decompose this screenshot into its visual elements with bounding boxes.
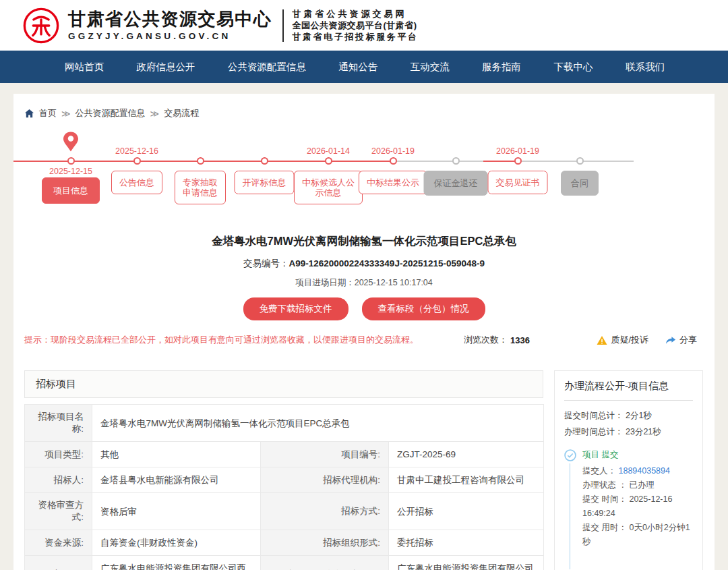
timeline-step-button[interactable]: 中标候选人公示信息 bbox=[294, 171, 363, 204]
site-name-block: 甘肃省公共资源交易中心 GGZYJY.GANSU.GOV.CN bbox=[68, 9, 272, 41]
complaint-link[interactable]: 质疑/投诉 bbox=[597, 334, 648, 346]
platform-line: 全国公共资源交易平台(甘肃省) bbox=[293, 20, 419, 31]
timeline-date: 2026-01-19 bbox=[371, 146, 415, 156]
timeline-step-button[interactable]: 项目信息 bbox=[42, 177, 100, 204]
header-divider bbox=[282, 9, 284, 42]
warning-triangle-icon bbox=[597, 335, 607, 345]
field-label: 招标组织形式: bbox=[261, 530, 389, 556]
breadcrumb-items: 首页≫公共资源配置信息≫交易流程 bbox=[39, 107, 199, 119]
field-label: 招标项目名称: bbox=[25, 405, 92, 442]
field-label: 招标人: bbox=[25, 467, 92, 493]
table-row: 资金来源:自筹资金(非财政性资金)招标组织形式:委托招标 bbox=[25, 530, 544, 556]
timeline-date: 2026-01-14 bbox=[307, 146, 350, 156]
field-label: 资格审查方式: bbox=[25, 493, 92, 530]
timeline-step-button: 合同 bbox=[561, 171, 599, 196]
process-line-label: 办理状态 ： bbox=[582, 480, 627, 490]
field-label: 招标方式: bbox=[261, 493, 389, 530]
timeline-node bbox=[452, 157, 460, 165]
nav-item[interactable]: 联系我们 bbox=[626, 61, 665, 74]
timeline: 2025-12-15项目信息2025-12-16公告信息专家抽取申请信息开评标信… bbox=[13, 129, 715, 219]
tip-row: 提示：现阶段交易流程已全部公开，如对此项目有意向可通过浏览器收藏，以便跟进项目的… bbox=[24, 334, 704, 346]
timeline-step-button[interactable]: 专家抽取申请信息 bbox=[175, 171, 226, 204]
submit-total-label: 提交时间总计： bbox=[564, 411, 624, 420]
breadcrumb-separator: ≫ bbox=[150, 109, 160, 119]
share-label: 分享 bbox=[679, 334, 697, 346]
nav-item[interactable]: 下载中心 bbox=[554, 61, 593, 74]
field-value: 自筹资金(非财政性资金) bbox=[92, 530, 261, 556]
timeline-step-button[interactable]: 交易见证书 bbox=[488, 171, 548, 194]
timeline-step-button: 保证金退还 bbox=[424, 171, 488, 196]
process-line-label: 提交 时间： bbox=[582, 494, 627, 504]
check-circle-icon bbox=[564, 449, 576, 461]
field-label: 招标代理机构: bbox=[261, 467, 389, 493]
entry-date-label: 项目进场日期： bbox=[295, 278, 355, 287]
nav-item[interactable]: 公共资源配置信息 bbox=[228, 61, 306, 74]
project-heading: 金塔粤水电7MW光伏离网制储输氢一体化示范项目EPC总承包 交易编号：A99-1… bbox=[24, 234, 704, 320]
views-count: 1336 bbox=[510, 335, 530, 345]
table-row: 资格审查方式:资格后审招标方式:公开招标 bbox=[25, 493, 544, 530]
field-value: 甘肃中工建投工程咨询有限公司 bbox=[389, 467, 544, 493]
nav-menu: 网站首页政府信息公开公共资源配置信息通知公告互动交流服务指南下载中心联系我们 bbox=[65, 61, 665, 74]
nav-item[interactable]: 互动交流 bbox=[411, 61, 450, 74]
table-row: 招标人:金塔县粤水电新能源有限公司招标代理机构:甘肃中工建投工程咨询有限公司 bbox=[25, 467, 544, 493]
field-value: ZGJT-2025-69 bbox=[389, 442, 544, 467]
platform-names: 甘肃省公共资源交易网 全国公共资源交易平台(甘肃省) 甘肃省电子招投标服务平台 bbox=[293, 8, 419, 42]
handle-total-line: 办理时间总计： 23分21秒 bbox=[564, 424, 693, 440]
field-value: 资格后审 bbox=[92, 493, 261, 530]
timeline-line-segment bbox=[264, 161, 328, 162]
process-panel-title: 办理流程公开-项目信息 bbox=[564, 380, 693, 401]
entry-date-line: 项目进场日期：2025-12-15 10:17:04 bbox=[24, 277, 704, 289]
bid-project-table: 招标项目名称:金塔粤水电7MW光伏离网制储输氢一体化示范项目EPC总承包项目类型… bbox=[24, 404, 544, 570]
field-value: 广东粤水电能源投资集团有限公司西北分公司 bbox=[389, 556, 544, 570]
process-line-label: 提交人： bbox=[582, 466, 616, 476]
timeline-line-segment bbox=[71, 161, 137, 162]
process-step-details: 提交人： 18894035894办理状态 ： 已办理提交 时间： 2025-12… bbox=[582, 464, 693, 549]
process-panel: 办理流程公开-项目信息 提交时间总计： 2分1秒 办理时间总计： 23分21秒 … bbox=[554, 370, 703, 570]
field-label: 项目类型: bbox=[25, 442, 92, 467]
breadcrumb: 首页≫公共资源配置信息≫交易流程 bbox=[24, 107, 704, 119]
field-label: 审批、核准或备案机构: bbox=[261, 556, 389, 570]
process-step-title: 项目 提交 bbox=[582, 449, 693, 461]
timeline-line-segment bbox=[393, 161, 456, 162]
share-link[interactable]: 分享 bbox=[665, 334, 697, 346]
action-buttons: 免费下载招标文件 查看标段（分包）情况 bbox=[24, 297, 704, 320]
breadcrumb-item[interactable]: 公共资源配置信息 bbox=[75, 107, 146, 119]
timeline-line-segment bbox=[580, 161, 634, 162]
bid-table-body: 招标项目名称:金塔粤水电7MW光伏离网制储输氢一体化示范项目EPC总承包项目类型… bbox=[25, 405, 544, 570]
nav-item[interactable]: 政府信息公开 bbox=[136, 61, 195, 74]
timeline-node bbox=[390, 157, 397, 165]
share-arrow-icon bbox=[665, 335, 676, 345]
field-label: 项目编号: bbox=[261, 442, 389, 467]
main-nav: 网站首页政府信息公开公共资源配置信息通知公告互动交流服务指南下载中心联系我们 bbox=[0, 51, 728, 83]
timeline-step-button[interactable]: 开评标信息 bbox=[235, 171, 295, 194]
timeline-step-button[interactable]: 公告信息 bbox=[111, 171, 162, 194]
process-line-value: 已办理 bbox=[629, 480, 655, 490]
location-pin-icon bbox=[62, 131, 80, 152]
platform-line: 甘肃省电子招投标服务平台 bbox=[293, 31, 419, 42]
nav-item[interactable]: 网站首页 bbox=[65, 61, 104, 74]
download-tender-file-button[interactable]: 免费下载招标文件 bbox=[243, 297, 348, 320]
field-value: 金塔县粤水电新能源有限公司 bbox=[92, 467, 261, 493]
view-sections-button[interactable]: 查看标段（分包）情况 bbox=[362, 297, 485, 320]
timeline-node bbox=[67, 157, 75, 165]
entry-date: 2025-12-15 10:17:04 bbox=[355, 278, 433, 287]
timeline-date: 2026-01-19 bbox=[496, 146, 539, 156]
trade-number-label: 交易编号： bbox=[243, 258, 289, 268]
section-title: 招标项目 bbox=[24, 370, 543, 398]
platform-line: 甘肃省公共资源交易网 bbox=[293, 8, 419, 20]
timeline-node bbox=[133, 157, 141, 165]
field-value: 委托招标 bbox=[389, 530, 544, 556]
submit-total-value: 2分1秒 bbox=[626, 411, 652, 420]
field-value: 其他 bbox=[92, 442, 261, 467]
breadcrumb-item[interactable]: 首页 bbox=[39, 107, 57, 119]
timeline-node bbox=[197, 157, 204, 165]
nav-item[interactable]: 通知公告 bbox=[338, 61, 377, 74]
timeline-node bbox=[325, 157, 332, 165]
handle-total-label: 办理时间总计： bbox=[564, 427, 624, 436]
timeline-line-segment bbox=[13, 161, 71, 162]
nav-item[interactable]: 服务指南 bbox=[482, 61, 521, 74]
breadcrumb-item[interactable]: 交易流程 bbox=[164, 107, 199, 119]
site-header: 甘肃省公共资源交易中心 GGZYJY.GANSU.GOV.CN 甘肃省公共资源交… bbox=[0, 0, 728, 51]
table-row: 监督机构:广东粤水电能源投资集团有限公司西北分公司审批、核准或备案机构:广东粤水… bbox=[25, 556, 544, 570]
timeline-step-button[interactable]: 中标结果公示 bbox=[359, 171, 427, 194]
